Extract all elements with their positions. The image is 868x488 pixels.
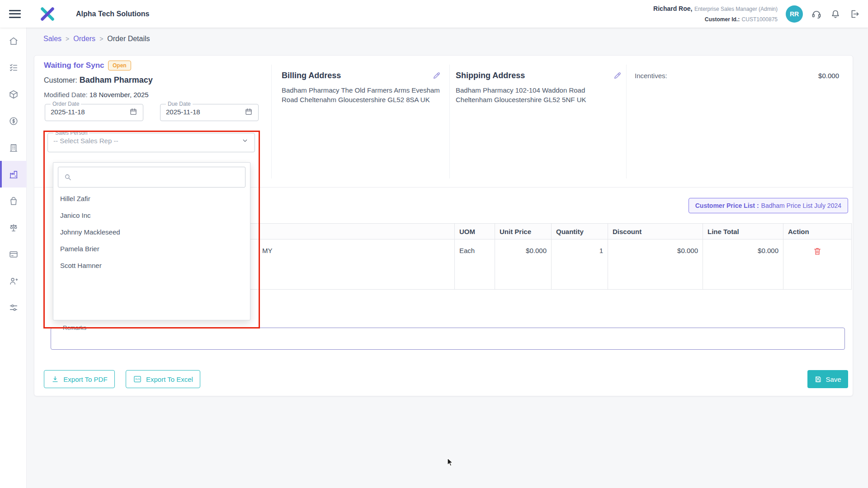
checklist-icon bbox=[9, 63, 19, 73]
dropdown-search-box[interactable] bbox=[58, 167, 245, 188]
cell-quantity: 1 bbox=[552, 239, 608, 290]
header-user-area: Richard Roe, Enterprise Sales Manager (A… bbox=[653, 4, 868, 24]
menu-icon[interactable] bbox=[9, 8, 21, 20]
billing-address-title: Billing Address bbox=[282, 71, 341, 80]
order-date-value: 2025-11-18 bbox=[51, 108, 85, 116]
save-label: Save bbox=[826, 375, 841, 383]
home-icon bbox=[9, 36, 19, 46]
sidebar-item-home[interactable] bbox=[0, 28, 27, 54]
mouse-cursor bbox=[446, 458, 455, 467]
sales-person-placeholder: -- Select Sales Rep -- bbox=[53, 137, 118, 145]
col-uom: UOM bbox=[455, 224, 495, 239]
column-divider bbox=[626, 65, 627, 178]
svg-text:XLS: XLS bbox=[135, 378, 140, 380]
remarks-field[interactable]: Remarks bbox=[51, 324, 845, 350]
dropdown-option[interactable]: Pamela Brier bbox=[53, 240, 250, 257]
customer-id-value: CUST1000875 bbox=[742, 16, 778, 23]
xls-file-icon: XLS bbox=[133, 375, 142, 384]
shopping-bag-icon bbox=[9, 196, 19, 206]
sidebar-item-billing[interactable] bbox=[0, 241, 27, 267]
save-button[interactable]: Save bbox=[807, 370, 848, 388]
breadcrumb-sales[interactable]: Sales bbox=[43, 35, 61, 43]
column-divider bbox=[271, 65, 272, 178]
sidebar-item-inventory[interactable] bbox=[0, 81, 27, 108]
user-name: Richard Roe, bbox=[653, 5, 692, 12]
col-quantity: Quantity bbox=[552, 224, 608, 239]
support-headset-icon[interactable] bbox=[811, 9, 822, 19]
breadcrumb-order-details: Order Details bbox=[107, 35, 150, 43]
dropdown-option[interactable]: Janico Inc bbox=[53, 207, 250, 224]
pdf-download-icon bbox=[51, 375, 59, 383]
cell-uom: Each bbox=[455, 239, 495, 290]
customer-name: Badham Pharmacy bbox=[80, 75, 153, 84]
payment-card-icon bbox=[9, 249, 19, 259]
dollar-circle-icon bbox=[9, 116, 19, 126]
factory-icon bbox=[9, 169, 19, 179]
app-header: Alpha Tech Solutions Richard Roe, Enterp… bbox=[0, 0, 868, 28]
dropdown-search-input[interactable] bbox=[76, 174, 240, 181]
customer-line: Customer:Badham Pharmacy bbox=[44, 75, 153, 85]
sidebar-item-production[interactable] bbox=[0, 161, 27, 188]
breadcrumb-orders[interactable]: Orders bbox=[73, 35, 95, 43]
export-excel-label: Export To Excel bbox=[146, 375, 193, 383]
sales-person-select[interactable]: Sales Person -- Select Sales Rep -- bbox=[47, 130, 255, 152]
remarks-label: Remarks bbox=[61, 324, 88, 331]
sidebar-item-company[interactable] bbox=[0, 134, 27, 161]
remarks-input[interactable] bbox=[56, 331, 840, 345]
customer-label: Customer: bbox=[44, 76, 77, 84]
package-icon bbox=[9, 89, 19, 99]
incentives-label: Incentives: bbox=[635, 72, 667, 80]
sidebar-item-settings[interactable] bbox=[0, 294, 27, 321]
column-divider bbox=[449, 65, 450, 178]
modified-date-line: Modified Date:18 November, 2025 bbox=[44, 91, 149, 99]
due-date-value: 2025-11-18 bbox=[166, 108, 200, 116]
customer-id-label: Customer Id.: bbox=[705, 16, 740, 23]
edit-shipping-pencil-icon[interactable] bbox=[613, 71, 622, 80]
customer-price-list-badge[interactable]: Customer Price List : Badham Price List … bbox=[689, 198, 848, 213]
delete-row-trash-icon[interactable] bbox=[813, 247, 822, 256]
dropdown-options-list: Hillel Zafir Janico Inc Johnny Macklesee… bbox=[53, 190, 250, 274]
export-pdf-label: Export To PDF bbox=[63, 375, 107, 383]
due-date-label: Due Date bbox=[166, 101, 193, 107]
order-details-card: Waiting for Sync Open Customer:Badham Ph… bbox=[34, 55, 853, 396]
building-icon bbox=[9, 143, 19, 153]
sidebar-nav bbox=[0, 28, 27, 488]
export-pdf-button[interactable]: Export To PDF bbox=[44, 370, 115, 388]
app-logo-icon bbox=[39, 5, 56, 23]
order-date-field[interactable]: Order Date 2025-11-18 bbox=[45, 101, 143, 121]
export-excel-button[interactable]: XLS Export To Excel bbox=[126, 370, 200, 388]
col-action: Action bbox=[783, 224, 852, 239]
search-icon bbox=[64, 173, 72, 181]
modified-date-label: Modified Date: bbox=[44, 91, 88, 99]
sidebar-item-tasks[interactable] bbox=[0, 54, 27, 81]
col-unit-price: Unit Price bbox=[495, 224, 552, 239]
sidebar-item-customers[interactable] bbox=[0, 267, 27, 294]
price-list-value: Badham Price List July 2024 bbox=[761, 202, 841, 209]
calendar-icon[interactable] bbox=[129, 108, 137, 116]
due-date-field[interactable]: Due Date 2025-11-18 bbox=[160, 101, 259, 121]
cell-line-total: $0.000 bbox=[703, 239, 783, 290]
sliders-icon bbox=[9, 303, 19, 313]
dropdown-option[interactable]: Scott Hamner bbox=[53, 257, 250, 274]
sidebar-item-compliance[interactable] bbox=[0, 214, 27, 241]
calendar-icon[interactable] bbox=[245, 108, 253, 116]
col-line-total: Line Total bbox=[703, 224, 783, 239]
incentives-value: $0.000 bbox=[818, 72, 839, 80]
order-status-title: Waiting for Sync bbox=[44, 61, 104, 70]
sidebar-item-payments[interactable] bbox=[0, 108, 27, 134]
edit-billing-pencil-icon[interactable] bbox=[432, 71, 441, 80]
breadcrumb-separator: > bbox=[99, 35, 103, 42]
sidebar-item-purchases[interactable] bbox=[0, 188, 27, 214]
modified-date-value: 18 November, 2025 bbox=[90, 91, 149, 99]
price-list-label: Customer Price List : bbox=[695, 202, 759, 209]
user-plus-icon bbox=[9, 276, 19, 286]
shipping-address-text: Badham Pharmacy 102-104 Waddon Road Chel… bbox=[456, 85, 614, 105]
dropdown-option[interactable]: Hillel Zafir bbox=[53, 190, 250, 207]
avatar[interactable]: RR bbox=[786, 5, 803, 23]
logout-icon[interactable] bbox=[849, 9, 860, 19]
dropdown-option[interactable]: Johnny Mackleseed bbox=[53, 224, 250, 240]
save-floppy-icon bbox=[814, 375, 822, 383]
user-info: Richard Roe, Enterprise Sales Manager (A… bbox=[653, 4, 778, 24]
notifications-bell-icon[interactable] bbox=[830, 9, 841, 19]
cell-unit-price: $0.000 bbox=[495, 239, 552, 290]
